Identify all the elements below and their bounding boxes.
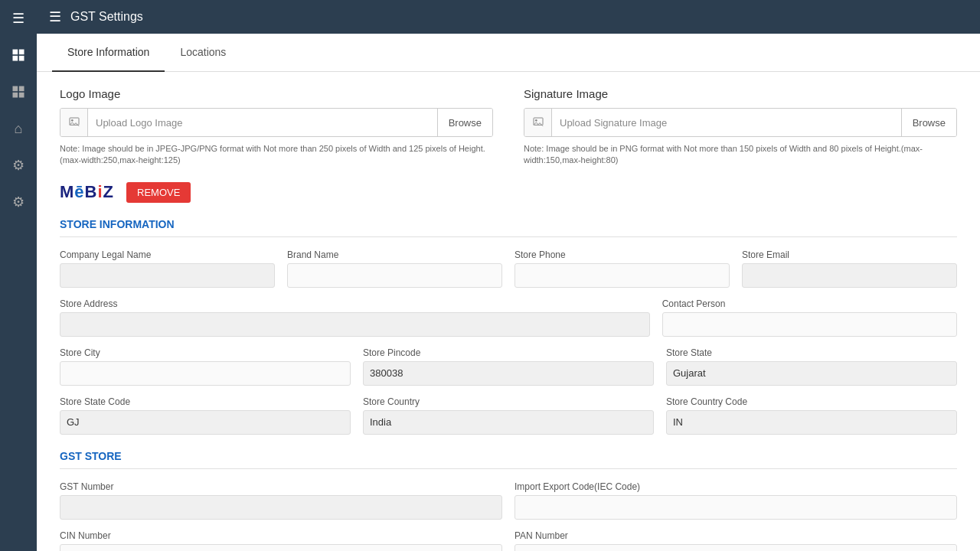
label-store-address: Store Address	[60, 298, 650, 309]
field-store-email: Store Email	[742, 249, 957, 288]
mebiz-logo: MēBiZ	[60, 182, 114, 202]
label-company-legal-name: Company Legal Name	[60, 249, 275, 260]
signature-upload-icon	[524, 109, 552, 136]
input-store-state[interactable]	[666, 361, 957, 386]
field-store-country-code: Store Country Code	[666, 396, 957, 435]
label-store-state: Store State	[666, 347, 957, 358]
input-store-state-code[interactable]	[60, 410, 351, 435]
field-brand-name: Brand Name	[287, 249, 502, 288]
tab-store-information[interactable]: Store Information	[52, 34, 165, 72]
input-store-pincode[interactable]	[363, 361, 654, 386]
sidebar: ☰ ⌂ ⚙ ⚙	[0, 0, 37, 551]
label-contact-person: Contact Person	[662, 298, 957, 309]
field-store-pincode: Store Pincode	[363, 347, 654, 386]
input-iec-code[interactable]	[514, 495, 957, 520]
home-icon[interactable]: ⌂	[0, 110, 37, 147]
store-info-row-2: Store Address Contact Person	[60, 298, 957, 337]
field-gst-number: GST Number	[60, 481, 502, 520]
label-store-email: Store Email	[742, 249, 957, 260]
store-info-row-3: Store City Store Pincode Store State	[60, 347, 957, 386]
settings-icon-2[interactable]: ⚙	[0, 184, 37, 220]
label-iec-code: Import Export Code(IEC Code)	[514, 481, 957, 492]
input-gst-number[interactable]	[60, 495, 502, 520]
logo-image-title: Logo Image	[60, 87, 493, 100]
label-cin-number: CIN Number	[60, 530, 502, 541]
field-cin-number: CIN Number	[60, 530, 502, 551]
store-info-heading: STORE INFORMATION	[60, 218, 957, 237]
field-store-phone: Store Phone	[514, 249, 730, 288]
store-info-row-4: Store State Code Store Country Store Cou…	[60, 396, 957, 435]
svg-rect-2	[13, 56, 18, 61]
svg-rect-6	[13, 93, 18, 98]
label-store-city: Store City	[60, 347, 351, 358]
label-store-phone: Store Phone	[514, 249, 730, 260]
logo-upload-icon	[60, 109, 88, 136]
field-store-country: Store Country	[363, 396, 654, 435]
field-contact-person: Contact Person	[662, 298, 957, 337]
label-store-country-code: Store Country Code	[666, 396, 957, 407]
remove-logo-button[interactable]: REMOVE	[126, 182, 191, 203]
input-store-email[interactable]	[742, 263, 957, 288]
label-pan-number: PAN Number	[514, 530, 957, 541]
svg-rect-7	[19, 93, 24, 98]
field-store-state-code: Store State Code	[60, 396, 351, 435]
input-company-legal-name[interactable]	[60, 263, 275, 288]
gst-store-section: GST STORE GST Number Import Export Code(…	[60, 450, 957, 551]
svg-rect-5	[19, 86, 24, 92]
svg-rect-4	[13, 86, 18, 92]
field-store-address: Store Address	[60, 298, 650, 337]
input-store-country[interactable]	[363, 410, 654, 435]
store-information-section: STORE INFORMATION Company Legal Name Bra…	[60, 218, 957, 435]
settings-icon-1[interactable]: ⚙	[0, 147, 37, 184]
signature-image-block: Signature Image Upload Signature Image B…	[524, 87, 957, 167]
gst-row-1: GST Number Import Export Code(IEC Code)	[60, 481, 957, 520]
field-store-city: Store City	[60, 347, 351, 386]
signature-upload-text: Upload Signature Image	[552, 117, 901, 129]
signature-browse-button[interactable]: Browse	[901, 109, 956, 136]
svg-rect-3	[19, 56, 24, 61]
field-company-legal-name: Company Legal Name	[60, 249, 275, 288]
logo-preview: MēBiZ REMOVE	[60, 182, 957, 203]
logo-image-block: Logo Image Upload Logo Image Browse Note…	[60, 87, 493, 167]
input-store-country-code[interactable]	[666, 410, 957, 435]
signature-upload-note: Note: Image should be in PNG format with…	[524, 143, 957, 167]
label-store-country: Store Country	[363, 396, 654, 407]
svg-point-9	[71, 119, 74, 122]
logo-upload-text: Upload Logo Image	[88, 117, 437, 129]
layers-icon-1[interactable]	[0, 37, 37, 73]
gst-store-heading: GST STORE	[60, 450, 957, 469]
tab-bar: Store Information Locations	[37, 34, 980, 72]
gst-row-2: CIN Number PAN Number	[60, 530, 957, 551]
topbar: ☰ GST Settings	[37, 0, 980, 34]
menu-icon[interactable]: ☰	[0, 0, 37, 37]
content-area: Store Information Locations Logo Image U…	[37, 34, 980, 551]
logo-upload-note: Note: Image should be in JPEG-JPG/PNG fo…	[60, 143, 493, 167]
label-brand-name: Brand Name	[287, 249, 502, 260]
logo-upload-row: Upload Logo Image Browse	[60, 108, 493, 137]
page-content: Logo Image Upload Logo Image Browse Note…	[37, 72, 980, 551]
input-brand-name[interactable]	[287, 263, 502, 288]
label-store-state-code: Store State Code	[60, 396, 351, 407]
tab-locations[interactable]: Locations	[165, 34, 241, 72]
svg-rect-1	[19, 50, 24, 55]
main-area: ☰ GST Settings Store Information Locatio…	[37, 0, 980, 551]
input-store-address[interactable]	[60, 312, 650, 337]
svg-point-11	[535, 119, 537, 122]
svg-rect-0	[13, 50, 18, 55]
page-title: GST Settings	[70, 10, 143, 24]
topbar-menu-icon[interactable]: ☰	[49, 8, 61, 25]
input-pan-number[interactable]	[514, 544, 957, 551]
logo-browse-button[interactable]: Browse	[437, 109, 492, 136]
input-store-city[interactable]	[60, 361, 351, 386]
label-store-pincode: Store Pincode	[363, 347, 654, 358]
signature-image-title: Signature Image	[524, 87, 957, 100]
signature-upload-row: Upload Signature Image Browse	[524, 108, 957, 137]
label-gst-number: GST Number	[60, 481, 502, 492]
image-section: Logo Image Upload Logo Image Browse Note…	[60, 87, 957, 167]
input-store-phone[interactable]	[514, 263, 730, 288]
input-contact-person[interactable]	[662, 312, 957, 337]
store-info-row-1: Company Legal Name Brand Name Store Phon…	[60, 249, 957, 288]
layers-icon-2[interactable]	[0, 73, 37, 110]
input-cin-number[interactable]	[60, 544, 502, 551]
field-iec-code: Import Export Code(IEC Code)	[514, 481, 957, 520]
